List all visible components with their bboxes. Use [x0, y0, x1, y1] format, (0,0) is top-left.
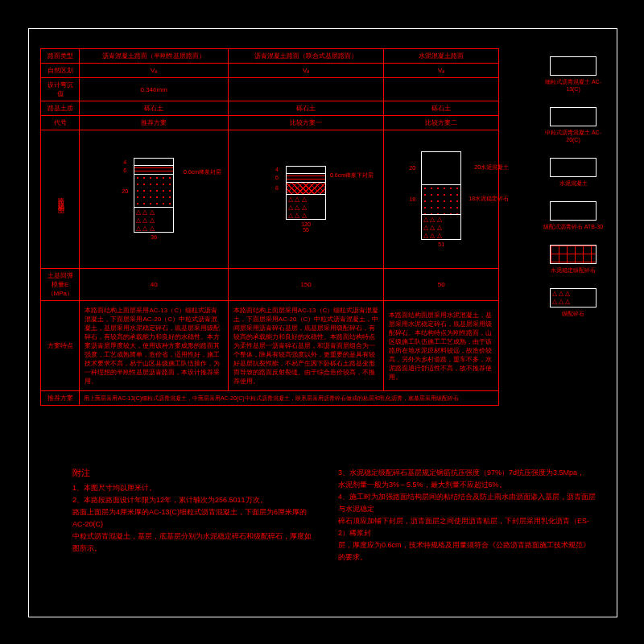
- section-label: 路面结构图: [56, 192, 64, 204]
- scheme-2-section: 4 6 80.6cm稀浆下封层 15 12055: [228, 130, 383, 269]
- layers-2: 4 6 80.6cm稀浆下封层 15 12055: [286, 166, 326, 233]
- legend: 细粒式沥青混凝土 AC-13(C) 中粒式沥青混凝土 AC-20(C) 水泥混凝…: [541, 56, 605, 332]
- scheme-3-section: 2020水泥混凝土 1818水泥稳定碎石 1515级配碎石 51: [384, 130, 499, 269]
- notes-left: 附注 1、本图尺寸均以厘米计。 2、本路段路面设计年限为12年，累计轴次为256…: [72, 467, 314, 555]
- comparison-table: 路面类型沥青混凝土路面（半刚性基层路面）沥青混凝土路面（联合式基层路面）水泥混凝…: [40, 48, 499, 406]
- hdr-type: 路面类型: [41, 49, 80, 64]
- notes-title: 附注: [72, 467, 314, 479]
- scheme-1-section: 4 6 200.6cm稀浆封层 15 36: [80, 130, 228, 269]
- cad-drawing: 路面类型沥青混凝土路面（半刚性基层路面）沥青混凝土路面（联合式基层路面）水泥混凝…: [0, 0, 644, 644]
- layers-3: 2020水泥混凝土 1818水泥稳定碎石 1515级配碎石 51: [421, 151, 461, 247]
- notes-right: 3、水泥稳定级配碎石基层规定钢筋抗压强度（97%）7d抗压强度为3.5Mpa， …: [338, 467, 596, 564]
- layers-1: 4 6 200.6cm稀浆封层 15 36: [134, 158, 174, 240]
